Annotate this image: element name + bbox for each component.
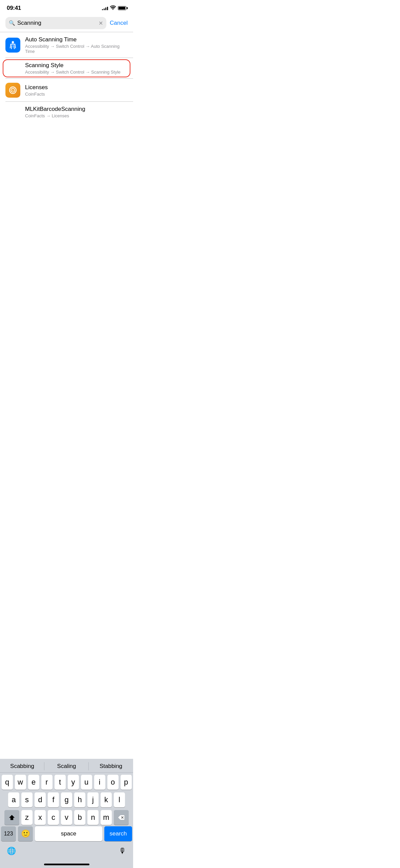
main-content	[0, 122, 133, 238]
svg-point-3	[12, 90, 13, 91]
results-list: Auto Scanning Time Accessibility → Switc…	[0, 32, 133, 122]
accessibility-icon	[5, 38, 20, 53]
status-bar: 09:41	[0, 0, 133, 14]
result-item-auto-scanning-time[interactable]: Auto Scanning Time Accessibility → Switc…	[0, 32, 133, 58]
result-item-mlkit[interactable]: MLKitBarcodeScanning CoinFacts → License…	[0, 102, 133, 122]
result-title: Auto Scanning Time	[25, 36, 128, 43]
status-time: 09:41	[7, 5, 21, 12]
search-bar[interactable]: 🔍 ✕	[5, 17, 106, 29]
result-item-licenses[interactable]: Licenses CoinFacts	[0, 79, 133, 102]
result-text: Auto Scanning Time Accessibility → Switc…	[25, 36, 128, 54]
search-clear-button[interactable]: ✕	[99, 20, 103, 26]
result-title: Scanning Style	[25, 62, 128, 69]
result-title: MLKitBarcodeScanning	[25, 106, 128, 113]
wifi-icon	[110, 5, 116, 11]
status-icons	[102, 5, 126, 11]
result-text: Scanning Style Accessibility → Switch Co…	[5, 62, 128, 75]
cancel-button[interactable]: Cancel	[110, 20, 128, 26]
svg-point-0	[12, 41, 14, 43]
signal-icon	[102, 6, 108, 10]
result-subtitle: CoinFacts	[25, 92, 128, 97]
result-text: Licenses CoinFacts	[25, 84, 128, 97]
search-bar-container: 🔍 ✕ Cancel	[0, 14, 133, 32]
result-subtitle: Accessibility → Switch Control → Auto Sc…	[25, 44, 128, 54]
result-item-scanning-style[interactable]: Scanning Style Accessibility → Switch Co…	[0, 58, 133, 79]
result-title: Licenses	[25, 84, 128, 91]
result-subtitle: CoinFacts → Licenses	[25, 113, 128, 118]
coinfacts-icon	[5, 83, 20, 98]
search-magnifier-icon: 🔍	[9, 20, 15, 26]
search-input[interactable]	[17, 20, 97, 26]
result-subtitle: Accessibility → Switch Control → Scannin…	[25, 70, 128, 75]
result-text: MLKitBarcodeScanning CoinFacts → License…	[5, 106, 128, 118]
battery-icon	[118, 6, 126, 10]
